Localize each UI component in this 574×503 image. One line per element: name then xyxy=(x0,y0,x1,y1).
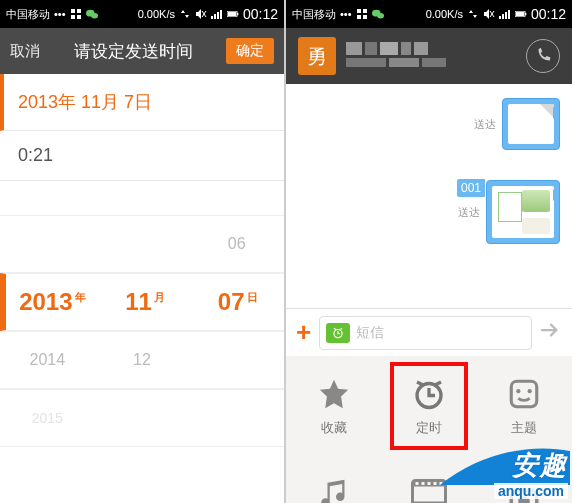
svg-rect-32 xyxy=(512,381,538,407)
tool-theme[interactable]: 主题 xyxy=(477,356,572,456)
grid-icon xyxy=(70,8,82,20)
image-bubble[interactable] xyxy=(502,98,560,150)
svg-rect-0 xyxy=(71,9,75,13)
mute-icon xyxy=(195,8,207,20)
svg-rect-18 xyxy=(363,15,367,19)
tool-label: 定时 xyxy=(416,419,442,437)
battery-icon xyxy=(227,8,239,20)
svg-rect-1 xyxy=(77,9,81,13)
tool-video[interactable]: 视频 xyxy=(381,456,476,503)
image-thumbnail[interactable] xyxy=(492,186,554,238)
carrier-label: 中国移动 xyxy=(6,7,50,22)
chat-message[interactable]: 送达 xyxy=(474,98,560,150)
alarm-icon xyxy=(331,326,345,340)
svg-point-20 xyxy=(377,13,384,18)
wechat-icon xyxy=(372,8,384,20)
picker-day-current[interactable]: 07日 xyxy=(191,288,284,316)
battery-icon xyxy=(515,8,527,20)
svg-point-31 xyxy=(417,384,441,408)
tool-label: 主题 xyxy=(511,419,537,437)
modal-title: 请设定发送时间 xyxy=(40,40,226,63)
tool-favorites[interactable]: 收藏 xyxy=(286,356,381,456)
phone-screen-right: 中国移动 ••• 0.00K/s 00:12 xyxy=(286,0,572,503)
svg-rect-44 xyxy=(519,497,530,503)
status-bar: 中国移动 ••• 0.00K/s 00:12 xyxy=(0,0,284,28)
avatar[interactable]: 勇 xyxy=(298,37,336,75)
more-dots-icon: ••• xyxy=(54,8,66,20)
network-speed: 0.00K/s xyxy=(138,8,175,20)
message-input[interactable]: 短信 xyxy=(319,316,532,350)
star-icon xyxy=(315,375,353,413)
svg-rect-8 xyxy=(211,16,213,19)
svg-rect-40 xyxy=(427,482,430,485)
svg-rect-11 xyxy=(220,10,222,19)
image-bubble[interactable]: 001 xyxy=(486,180,560,244)
phone-icon xyxy=(534,47,552,65)
selected-time-row[interactable]: 0:21 xyxy=(0,131,284,181)
sms-mode-chip[interactable] xyxy=(326,323,350,343)
tool-more[interactable] xyxy=(477,456,572,503)
clock-label: 00:12 xyxy=(531,6,566,22)
svg-rect-14 xyxy=(237,13,238,16)
svg-rect-16 xyxy=(363,9,367,13)
date-picker[interactable]: 06 2013年 11月 07日 2014 12 2015 xyxy=(0,215,284,415)
svg-rect-2 xyxy=(71,15,75,19)
updown-icon xyxy=(179,8,191,20)
signal-icon xyxy=(211,8,223,20)
send-button[interactable] xyxy=(540,321,562,344)
picker-year-next2[interactable]: 2015 xyxy=(0,410,95,426)
picker-month-next[interactable]: 12 xyxy=(95,351,190,369)
alarm-icon xyxy=(410,375,448,413)
image-thumbnail[interactable] xyxy=(508,104,554,144)
tool-timer[interactable]: 定时 xyxy=(381,356,476,456)
delivery-status: 送达 xyxy=(474,117,496,132)
call-button[interactable] xyxy=(526,39,560,73)
square-icon xyxy=(505,484,543,503)
picker-day-prev[interactable]: 06 xyxy=(189,235,284,253)
picker-year-next[interactable]: 2014 xyxy=(0,351,95,369)
updown-icon xyxy=(467,8,479,20)
chat-body[interactable]: 送达 送达 001 xyxy=(286,84,572,308)
selected-date-row[interactable]: 2013年 11月 7日 xyxy=(0,74,284,131)
theme-icon xyxy=(505,375,543,413)
clock-label: 00:12 xyxy=(243,6,278,22)
cancel-button[interactable]: 取消 xyxy=(10,42,40,61)
picker-year-current[interactable]: 2013年 xyxy=(6,288,99,316)
picker-row-next2[interactable]: 2015 xyxy=(0,389,284,447)
svg-rect-24 xyxy=(502,14,504,19)
svg-rect-13 xyxy=(228,12,237,16)
confirm-button[interactable]: 确定 xyxy=(226,38,274,64)
svg-rect-26 xyxy=(508,10,510,19)
more-dots-icon: ••• xyxy=(340,8,352,20)
svg-rect-23 xyxy=(499,16,501,19)
chat-header: 勇 xyxy=(286,28,572,84)
svg-rect-10 xyxy=(217,12,219,19)
title-bar: 取消 请设定发送时间 确定 xyxy=(0,28,284,74)
svg-rect-17 xyxy=(357,15,361,19)
picker-row-next[interactable]: 2014 12 xyxy=(0,331,284,389)
chat-message[interactable]: 送达 001 xyxy=(458,180,560,244)
svg-point-33 xyxy=(517,389,521,393)
svg-rect-42 xyxy=(439,482,442,485)
attach-plus-button[interactable]: + xyxy=(296,317,311,348)
chat-input-bar: + 短信 xyxy=(286,308,572,356)
svg-rect-39 xyxy=(421,482,424,485)
tool-label: 收藏 xyxy=(321,419,347,437)
svg-rect-15 xyxy=(357,9,361,13)
network-speed: 0.00K/s xyxy=(426,8,463,20)
wechat-icon xyxy=(86,8,98,20)
svg-rect-3 xyxy=(77,15,81,19)
grid-icon xyxy=(356,8,368,20)
svg-rect-38 xyxy=(415,482,418,485)
carrier-label: 中国移动 xyxy=(292,7,336,22)
svg-rect-41 xyxy=(433,482,436,485)
picker-month-current[interactable]: 11月 xyxy=(99,288,192,316)
picker-row-current[interactable]: 2013年 11月 07日 xyxy=(0,273,284,331)
svg-rect-29 xyxy=(525,13,526,16)
mute-icon xyxy=(483,8,495,20)
tool-audio[interactable]: 音频 xyxy=(286,456,381,503)
status-bar: 中国移动 ••• 0.00K/s 00:12 xyxy=(286,0,572,28)
message-label: 001 xyxy=(457,179,485,197)
svg-rect-9 xyxy=(214,14,216,19)
picker-row-prev[interactable]: 06 xyxy=(0,215,284,273)
